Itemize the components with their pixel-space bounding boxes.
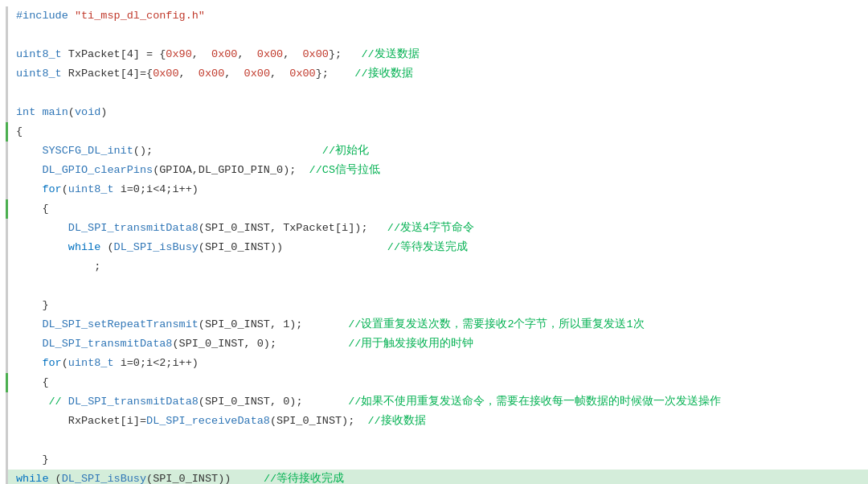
- line-gutter: [0, 238, 8, 257]
- code-line: // DL_SPI_transmitData8(SPI_0_INST, 0); …: [0, 392, 868, 412]
- line-content: for(uint8_t i=0;i<2;i++): [13, 354, 868, 373]
- line-gutter: [0, 277, 8, 296]
- line-gutter: [0, 84, 8, 103]
- code-line: while (DL_SPI_isBusy(SPI_0_INST)) //等待接收…: [0, 470, 868, 484]
- line-content: {: [13, 373, 868, 392]
- line-gutter: [0, 257, 8, 277]
- line-content: [13, 26, 868, 45]
- code-line: DL_SPI_transmitData8(SPI_0_INST, TxPacke…: [0, 219, 868, 238]
- line-content: [13, 277, 868, 296]
- line-content: DL_SPI_setRepeatTransmit(SPI_0_INST, 1);…: [13, 315, 868, 334]
- line-content: uint8_t RxPacket[4]={0x00, 0x00, 0x00, 0…: [13, 64, 868, 84]
- code-line: [0, 431, 868, 450]
- line-gutter: [0, 161, 8, 180]
- code-line: DL_GPIO_clearPins(GPIOA,DL_GPIO_PIN_0); …: [0, 161, 868, 180]
- line-gutter: [0, 354, 8, 373]
- line-content: SYSCFG_DL_init(); //初始化: [13, 142, 868, 161]
- code-line: }: [0, 296, 868, 315]
- code-line: {: [0, 373, 868, 392]
- code-line: DL_SPI_setRepeatTransmit(SPI_0_INST, 1);…: [0, 315, 868, 334]
- line-gutter: [0, 334, 8, 354]
- code-line: uint8_t TxPacket[4] = {0x90, 0x00, 0x00,…: [0, 45, 868, 64]
- line-content: #include "ti_msp_dl_config.h": [13, 6, 868, 26]
- line-content: int main(void): [13, 103, 868, 122]
- code-line: [0, 84, 868, 103]
- line-content: DL_GPIO_clearPins(GPIOA,DL_GPIO_PIN_0); …: [13, 161, 868, 180]
- line-content: ;: [13, 257, 868, 277]
- code-line: {: [0, 122, 868, 142]
- line-content: while (DL_SPI_isBusy(SPI_0_INST)) //等待接收…: [13, 470, 868, 484]
- line-content: }: [13, 296, 868, 315]
- line-content: {: [13, 199, 868, 219]
- line-content: {: [13, 122, 868, 142]
- line-content: DL_SPI_transmitData8(SPI_0_INST, TxPacke…: [13, 219, 868, 238]
- line-gutter: [0, 412, 8, 431]
- line-content: [13, 84, 868, 103]
- line-content: uint8_t TxPacket[4] = {0x90, 0x00, 0x00,…: [13, 45, 868, 64]
- line-gutter: [0, 470, 8, 484]
- code-line: DL_SPI_transmitData8(SPI_0_INST, 0); //用…: [0, 334, 868, 354]
- code-line: while (DL_SPI_isBusy(SPI_0_INST)) //等待发送…: [0, 238, 868, 257]
- line-content: [13, 431, 868, 450]
- line-gutter: [0, 26, 8, 45]
- code-line: [0, 26, 868, 45]
- line-gutter: [0, 142, 8, 161]
- code-line: for(uint8_t i=0;i<4;i++): [0, 180, 868, 199]
- line-gutter: [0, 392, 8, 412]
- line-gutter: [0, 45, 8, 64]
- line-gutter: [0, 373, 8, 392]
- code-line: SYSCFG_DL_init(); //初始化: [0, 142, 868, 161]
- line-content: for(uint8_t i=0;i<4;i++): [13, 180, 868, 199]
- line-content: // DL_SPI_transmitData8(SPI_0_INST, 0); …: [13, 392, 868, 412]
- code-line: uint8_t RxPacket[4]={0x00, 0x00, 0x00, 0…: [0, 64, 868, 84]
- code-line: ;: [0, 257, 868, 277]
- line-gutter: [0, 219, 8, 238]
- code-line: [0, 277, 868, 296]
- line-gutter: [0, 180, 8, 199]
- line-content: RxPacket[i]=DL_SPI_receiveData8(SPI_0_IN…: [13, 412, 868, 431]
- code-editor: #include "ti_msp_dl_config.h" uint8_t Tx…: [0, 0, 868, 484]
- code-line: RxPacket[i]=DL_SPI_receiveData8(SPI_0_IN…: [0, 412, 868, 431]
- line-gutter: [0, 122, 8, 142]
- line-content: while (DL_SPI_isBusy(SPI_0_INST)) //等待发送…: [13, 238, 868, 257]
- line-gutter: [0, 199, 8, 219]
- code-line: }: [0, 450, 868, 470]
- code-line: for(uint8_t i=0;i<2;i++): [0, 354, 868, 373]
- line-content: }: [13, 450, 868, 470]
- code-line: #include "ti_msp_dl_config.h": [0, 6, 868, 26]
- line-gutter: [0, 296, 8, 315]
- line-gutter: [0, 6, 8, 26]
- line-gutter: [0, 431, 8, 450]
- line-gutter: [0, 103, 8, 122]
- code-line: {: [0, 199, 868, 219]
- line-gutter: [0, 450, 8, 470]
- line-gutter: [0, 64, 8, 84]
- code-line: int main(void): [0, 103, 868, 122]
- line-content: DL_SPI_transmitData8(SPI_0_INST, 0); //用…: [13, 334, 868, 354]
- line-gutter: [0, 315, 8, 334]
